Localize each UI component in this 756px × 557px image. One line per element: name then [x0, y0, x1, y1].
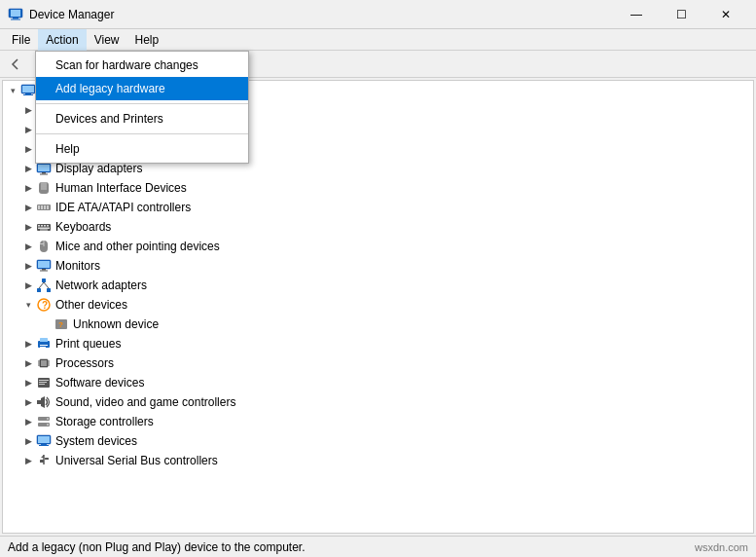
icon-usb: [36, 453, 52, 468]
title-bar-controls: — ☐ ✕: [614, 0, 748, 29]
icon-sound: [36, 394, 52, 410]
svg-rect-3: [11, 19, 20, 19]
tree-label-network: Network adapters: [55, 278, 147, 292]
app-container: Device Manager — ☐ ✕ File Action View He…: [0, 0, 756, 557]
tree-item-mice[interactable]: ▶ Mice and other pointing devices: [3, 237, 753, 256]
expand-print[interactable]: ▶: [20, 336, 36, 352]
svg-rect-29: [41, 182, 47, 186]
dropdown-devices-printers[interactable]: Devices and Printers: [36, 107, 248, 130]
tree-label-monitors: Monitors: [55, 259, 100, 273]
svg-rect-1: [11, 10, 20, 17]
expand-ide[interactable]: ▶: [20, 200, 36, 215]
expand-network[interactable]: ▶: [20, 278, 36, 293]
svg-rect-63: [40, 347, 46, 348]
tree-item-ide[interactable]: ▶ IDE ATA/ATAPI controllers: [3, 198, 753, 217]
svg-rect-39: [41, 225, 43, 227]
action-dropdown: Scan for hardware changes Add legacy har…: [35, 51, 249, 164]
expand-storage[interactable]: ▶: [20, 414, 36, 429]
status-right: wsxdn.com: [695, 541, 748, 553]
svg-rect-48: [38, 261, 50, 268]
tree-label-mice: Mice and other pointing devices: [55, 240, 220, 253]
svg-rect-46: [40, 243, 44, 244]
tree-item-network[interactable]: ▶ Network adapters: [3, 276, 753, 295]
menu-action[interactable]: Action: [38, 29, 86, 51]
tree-label-hid: Human Interface Devices: [55, 181, 187, 195]
icon-network: [36, 278, 52, 293]
tree-item-monitors[interactable]: ▶ Monitors: [3, 256, 753, 276]
tree-label-display: Display adapters: [55, 162, 142, 175]
title-bar-text: Device Manager: [29, 8, 614, 21]
tree-item-print[interactable]: ▶ Print queues: [3, 334, 753, 353]
title-bar-icon: [8, 7, 23, 22]
svg-rect-42: [38, 228, 50, 230]
svg-rect-2: [13, 18, 18, 19]
svg-rect-53: [47, 288, 51, 292]
status-text: Add a legacy (non Plug and Play) device …: [8, 540, 306, 554]
expand-cameras[interactable]: ▶: [20, 102, 36, 118]
minimize-button[interactable]: —: [614, 0, 659, 29]
svg-rect-40: [44, 225, 46, 227]
svg-rect-82: [38, 436, 50, 443]
expand-other[interactable]: ▾: [20, 297, 36, 313]
tree-item-keyboards[interactable]: ▶ Keyboards: [3, 217, 753, 237]
svg-rect-50: [40, 271, 48, 272]
expand-monitors[interactable]: ▶: [20, 258, 36, 274]
expand-display[interactable]: ▶: [20, 161, 36, 176]
icon-computer: [20, 83, 36, 98]
tree-item-software[interactable]: ▶ Software devices: [3, 373, 753, 392]
svg-rect-65: [41, 360, 47, 366]
expand-keyboards[interactable]: ▶: [20, 219, 36, 235]
tree-label-storage: Storage controllers: [55, 415, 154, 428]
tree-item-processors[interactable]: ▶ Processors: [3, 353, 753, 373]
menu-view[interactable]: View: [87, 29, 127, 51]
dropdown-help[interactable]: Help: [36, 137, 248, 161]
tree-item-hid[interactable]: ▶ Human Interface Devices: [3, 178, 753, 198]
icon-processors: [36, 355, 52, 371]
tree-item-usb[interactable]: ▶ Universal Serial Bus controllers: [3, 451, 753, 470]
tree-item-storage[interactable]: ▶ Storage controllers: [3, 412, 753, 431]
svg-rect-73: [39, 380, 49, 381]
svg-line-54: [39, 282, 44, 288]
icon-mice: [36, 239, 52, 254]
dropdown-scan-hardware[interactable]: Scan for hardware changes: [36, 54, 248, 77]
expand-hid[interactable]: ▶: [20, 180, 36, 196]
tree-label-sound: Sound, video and game controllers: [55, 395, 235, 409]
svg-rect-83: [41, 444, 47, 445]
expand-mice[interactable]: ▶: [20, 239, 36, 254]
svg-rect-33: [38, 205, 40, 209]
close-button[interactable]: ✕: [703, 0, 748, 29]
tree-label-keyboards: Keyboards: [55, 220, 111, 234]
icon-keyboards: [36, 219, 52, 235]
menu-file[interactable]: File: [4, 29, 38, 51]
svg-text:?: ?: [58, 320, 63, 329]
svg-rect-60: [38, 341, 50, 348]
icon-hid: [36, 180, 52, 196]
svg-rect-12: [23, 94, 33, 95]
dropdown-add-legacy[interactable]: Add legacy hardware: [36, 77, 248, 100]
svg-rect-10: [22, 86, 34, 93]
expand-sound[interactable]: ▶: [20, 394, 36, 410]
expand-system[interactable]: ▶: [20, 433, 36, 449]
menu-help[interactable]: Help: [127, 29, 167, 51]
expand-computer[interactable]: ▶: [20, 122, 36, 137]
tree-item-sound[interactable]: ▶ Sound, video and game controllers: [3, 392, 753, 412]
svg-rect-25: [38, 165, 50, 171]
tree-item-system[interactable]: ▶ System devices: [3, 431, 753, 451]
icon-software: [36, 375, 52, 390]
svg-rect-52: [37, 288, 41, 292]
expand-usb[interactable]: ▶: [20, 453, 36, 468]
tree-item-other[interactable]: ▾ ? Other devices: [3, 295, 753, 315]
tree-label-print: Print queues: [55, 337, 121, 351]
menu-bar: File Action View Help: [0, 29, 756, 51]
expand-root[interactable]: ▾: [5, 83, 20, 98]
svg-line-55: [44, 282, 49, 288]
svg-rect-41: [47, 225, 49, 227]
toolbar-back[interactable]: [4, 54, 27, 75]
tree-label-processors: Processors: [55, 356, 114, 370]
expand-disk[interactable]: ▶: [20, 141, 36, 157]
svg-rect-35: [44, 205, 46, 209]
tree-item-unknown[interactable]: ? Unknown device: [3, 315, 753, 334]
maximize-button[interactable]: ☐: [659, 0, 703, 29]
expand-processors[interactable]: ▶: [20, 355, 36, 371]
expand-software[interactable]: ▶: [20, 375, 36, 390]
